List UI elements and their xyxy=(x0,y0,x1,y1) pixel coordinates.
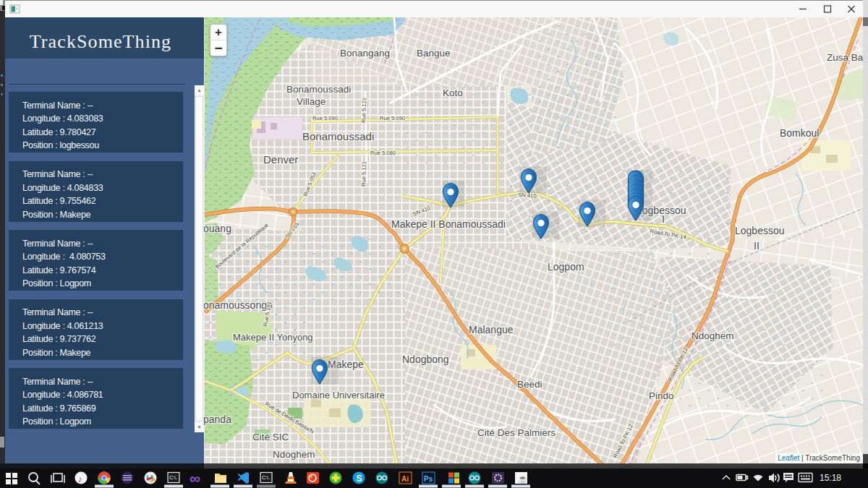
svg-text:S: S xyxy=(356,474,362,484)
svg-text:I: I xyxy=(662,213,665,225)
svg-text:Rue 5.080: Rue 5.080 xyxy=(370,150,396,156)
svg-text:Makepe II Bonamoussadi: Makepe II Bonamoussadi xyxy=(391,218,506,230)
svg-text:Logbessou: Logbessou xyxy=(735,225,785,236)
svg-text:Bomkoul: Bomkoul xyxy=(780,127,819,139)
svg-text:onamoussongo: onamoussongo xyxy=(204,299,273,311)
svg-text:Ai: Ai xyxy=(401,475,409,483)
svg-text:Cité Des Palmiers: Cité Des Palmiers xyxy=(477,427,556,438)
svg-text:Rue 5.121: Rue 5.121 xyxy=(360,98,367,123)
svg-text:Bonamoussadi: Bonamoussadi xyxy=(302,130,374,142)
svg-text:Pindo: Pindo xyxy=(649,390,674,401)
svg-text:panda: panda xyxy=(204,414,231,425)
svg-text:Ps: Ps xyxy=(424,475,433,483)
svg-text:C:\.: C:\. xyxy=(169,475,177,480)
svg-text:Ndoghem: Ndoghem xyxy=(273,449,315,460)
svg-text:Zusa Bas: Zusa Bas xyxy=(827,52,863,63)
svg-text:∞: ∞ xyxy=(190,470,200,487)
svg-text:Malangue: Malangue xyxy=(469,324,514,335)
svg-text:♪: ♪ xyxy=(78,474,83,484)
svg-text:Village: Village xyxy=(297,96,326,107)
svg-text:Bonamoussadi: Bonamoussadi xyxy=(286,84,351,95)
svg-text:Rue 5.090: Rue 5.090 xyxy=(380,115,405,121)
svg-text:ouang: ouang xyxy=(204,223,231,234)
svg-text:Beedi: Beedi xyxy=(517,379,542,390)
svg-text:15:18: 15:18 xyxy=(820,473,841,483)
svg-text:Ndoghem: Ndoghem xyxy=(692,330,734,341)
svg-text:☕: ☕ xyxy=(518,474,528,484)
svg-text:Cité SIC: Cité SIC xyxy=(252,432,289,442)
svg-text:Bonangang: Bonangang xyxy=(340,48,390,59)
svg-text:C:\.: C:\. xyxy=(262,475,270,480)
svg-text:Ndogbong: Ndogbong xyxy=(402,354,449,365)
svg-text:Domaine Universitaire: Domaine Universitaire xyxy=(292,390,385,401)
svg-text:Rue 5.090: Rue 5.090 xyxy=(312,115,338,121)
svg-text:Denver: Denver xyxy=(263,153,298,166)
svg-text:Rue 5.121: Rue 5.121 xyxy=(360,161,367,187)
svg-text:II: II xyxy=(754,240,760,252)
svg-text:Koto: Koto xyxy=(443,87,463,98)
svg-text:Logpom: Logpom xyxy=(548,261,584,273)
svg-text:Bangue: Bangue xyxy=(417,48,451,59)
svg-text:Makepe II Yonyong: Makepe II Yonyong xyxy=(233,332,313,343)
